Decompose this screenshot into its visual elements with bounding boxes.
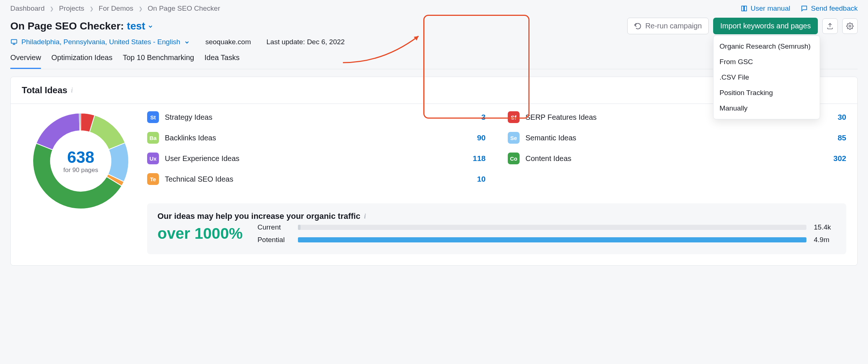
current-bar [298,225,806,230]
export-button[interactable] [822,18,838,34]
idea-badge: St [147,111,159,123]
import-dropdown: Organic Research (Semrush) From GSC .CSV… [713,35,820,119]
dropdown-from-gsc[interactable]: From GSC [714,54,820,70]
potential-label: Potential [257,236,291,244]
domain-text: seoquake.com [205,38,251,46]
total-ideas-title: Total Ideas [22,85,67,95]
idea-count: 85 [838,133,846,142]
breadcrumb-projects[interactable]: Projects [59,4,84,13]
tab-idea-tasks[interactable]: Idea Tasks [204,51,239,69]
idea-count: 30 [838,113,846,122]
refresh-icon [634,22,642,30]
send-feedback-link[interactable]: Send feedback [801,4,858,13]
idea-count: 302 [833,154,846,163]
svg-rect-2 [11,39,17,43]
idea-row-co[interactable]: CoContent Ideas302 [508,153,846,164]
breadcrumb-dashboard[interactable]: Dashboard [10,4,45,13]
breadcrumb-current: On Page SEO Checker [148,4,220,13]
chevron-down-icon [184,39,190,45]
rerun-campaign-button[interactable]: Re-run campaign [627,18,709,34]
potential-value: 4.9m [814,236,836,244]
idea-badge: Ux [147,153,159,164]
svg-point-1 [849,25,851,27]
total-ideas-count[interactable]: 638 [67,148,94,167]
chevron-right-icon: ❯ [139,6,143,11]
dropdown-manually[interactable]: Manually [714,101,820,116]
gear-icon [846,22,854,30]
idea-count: 10 [477,175,486,183]
tab-benchmarking[interactable]: Top 10 Benchmarking [123,51,194,69]
traffic-increase-card: Our ideas may help you increase your org… [147,203,846,254]
idea-count: 118 [473,154,486,163]
ideas-donut-chart: 638 for 90 pages [31,111,131,211]
last-update-text: Last update: Dec 6, 2022 [267,38,345,46]
idea-badge: Co [508,153,520,164]
desktop-icon [10,38,18,46]
idea-label: Technical SEO Ideas [165,175,471,183]
idea-row-ux[interactable]: UxUser Experience Ideas118 [147,153,486,164]
breadcrumb: Dashboard ❯ Projects ❯ For Demos ❯ On Pa… [10,4,220,13]
chevron-down-icon [147,24,153,29]
idea-row-se[interactable]: SeSemantic Ideas85 [508,132,846,144]
tab-optimization-ideas[interactable]: Optimization Ideas [51,51,112,69]
traffic-title: Our ideas may help you increase your org… [157,211,360,221]
dropdown-position-tracking[interactable]: Position Tracking [714,85,820,101]
location-selector[interactable]: Philadelphia, Pennsylvania, United State… [10,38,190,46]
idea-badge: Ba [147,132,159,144]
idea-label: User Experience Ideas [165,154,467,163]
idea-label: Strategy Ideas [165,113,475,122]
dropdown-organic-research[interactable]: Organic Research (Semrush) [714,39,820,54]
settings-button[interactable] [842,18,858,34]
dropdown-csv-file[interactable]: .CSV File [714,70,820,85]
idea-label: Content Ideas [525,154,827,163]
import-keywords-button[interactable]: Import keywords and pages [713,18,818,34]
idea-badge: Sf [508,111,520,123]
idea-row-ba[interactable]: BaBacklinks Ideas90 [147,132,486,144]
page-title: On Page SEO Checker: [10,20,124,32]
idea-count: 3 [481,113,486,122]
idea-badge: Se [508,132,520,144]
idea-badge: Te [147,173,159,185]
idea-row-te[interactable]: TeTechnical SEO Ideas10 [147,173,486,185]
idea-row-st[interactable]: StStrategy Ideas3 [147,111,486,123]
current-value: 15.4k [814,223,836,231]
total-ideas-sub: for 90 pages [63,167,98,174]
export-icon [826,22,834,30]
idea-label: Semantic Ideas [525,134,832,142]
current-label: Current [257,223,291,231]
idea-count: 90 [477,133,486,142]
info-icon[interactable]: i [71,87,73,94]
chevron-right-icon: ❯ [50,6,54,11]
idea-label: Backlinks Ideas [165,134,471,142]
chat-icon [801,5,808,12]
user-manual-link[interactable]: User manual [740,4,791,13]
tab-overview[interactable]: Overview [10,51,41,69]
chevron-right-icon: ❯ [90,6,94,11]
breadcrumb-demos[interactable]: For Demos [99,4,133,13]
project-selector[interactable]: test [127,20,153,32]
potential-bar [298,237,806,242]
info-icon[interactable]: i [364,213,366,220]
book-icon [740,5,748,12]
traffic-increase-pct: over 1000% [157,225,243,242]
